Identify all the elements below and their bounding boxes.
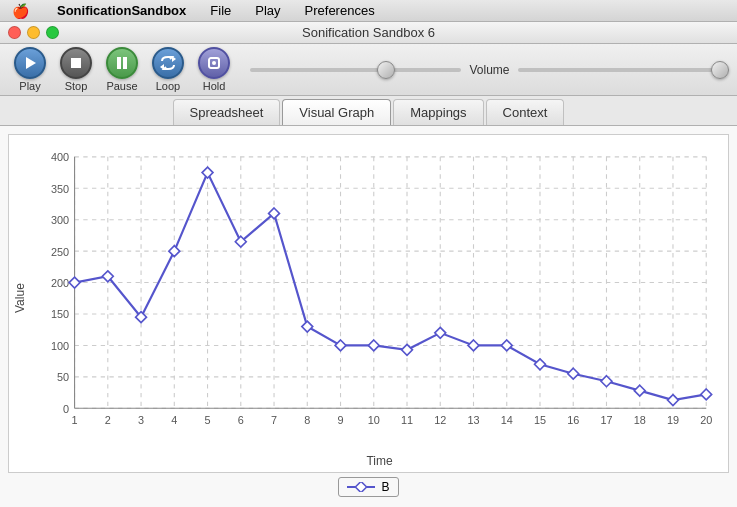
svg-text:15: 15: [534, 414, 546, 426]
window-title: Sonification Sandbox 6: [302, 25, 435, 40]
tab-visual-graph[interactable]: Visual Graph: [282, 99, 391, 125]
svg-marker-5: [160, 64, 164, 70]
maximize-button[interactable]: [46, 26, 59, 39]
volume-label: Volume: [469, 63, 509, 77]
svg-marker-82: [535, 359, 546, 370]
hold-button[interactable]: Hold: [192, 47, 236, 93]
svg-marker-80: [468, 340, 479, 351]
volume-section: Volume: [250, 63, 729, 77]
svg-text:100: 100: [51, 340, 69, 352]
hold-icon: [198, 47, 230, 79]
svg-marker-84: [601, 376, 612, 387]
svg-marker-68: [69, 277, 80, 288]
pause-icon: [106, 47, 138, 79]
pause-label: Pause: [106, 80, 137, 92]
svg-rect-2: [117, 57, 121, 69]
stop-label: Stop: [65, 80, 88, 92]
volume-left-slider[interactable]: [250, 68, 461, 72]
close-button[interactable]: [8, 26, 21, 39]
svg-marker-86: [668, 395, 679, 406]
menu-play[interactable]: Play: [251, 0, 284, 22]
menu-file[interactable]: File: [206, 0, 235, 22]
svg-text:18: 18: [634, 414, 646, 426]
svg-text:4: 4: [171, 414, 177, 426]
svg-marker-77: [368, 340, 379, 351]
svg-marker-85: [634, 385, 645, 396]
svg-text:6: 6: [238, 414, 244, 426]
toolbar: Play Stop Pause Loop: [0, 44, 737, 96]
svg-marker-87: [701, 389, 712, 400]
chart-inner: 0501001502002503003504001234567891011121…: [31, 135, 728, 472]
svg-text:17: 17: [600, 414, 612, 426]
svg-marker-81: [501, 340, 512, 351]
svg-text:200: 200: [51, 277, 69, 289]
legend-label-b: B: [381, 480, 389, 494]
svg-marker-75: [302, 321, 313, 332]
svg-text:8: 8: [304, 414, 310, 426]
svg-text:9: 9: [337, 414, 343, 426]
svg-text:2: 2: [105, 414, 111, 426]
chart-container: Value 0501001502002503003504001234567891…: [8, 134, 729, 473]
chart-wrapper: Value 0501001502002503003504001234567891…: [9, 135, 728, 472]
svg-text:20: 20: [700, 414, 712, 426]
svg-text:5: 5: [205, 414, 211, 426]
svg-text:50: 50: [57, 371, 69, 383]
legend-item-b: B: [338, 477, 398, 497]
svg-text:400: 400: [51, 151, 69, 163]
svg-marker-79: [435, 327, 446, 338]
svg-text:14: 14: [501, 414, 513, 426]
minimize-button[interactable]: [27, 26, 40, 39]
volume-knob[interactable]: [377, 61, 395, 79]
svg-marker-72: [202, 167, 213, 178]
svg-text:150: 150: [51, 308, 69, 320]
stop-button[interactable]: Stop: [54, 47, 98, 93]
menu-app-name[interactable]: SonificationSandbox: [53, 0, 190, 22]
pause-button[interactable]: Pause: [100, 47, 144, 93]
svg-text:11: 11: [401, 414, 413, 426]
svg-text:10: 10: [368, 414, 380, 426]
x-axis-label: Time: [31, 452, 728, 472]
loop-button[interactable]: Loop: [146, 47, 190, 93]
svg-marker-83: [568, 368, 579, 379]
title-bar: Sonification Sandbox 6: [0, 22, 737, 44]
volume-right-knob[interactable]: [711, 61, 729, 79]
svg-text:16: 16: [567, 414, 579, 426]
volume-right-slider[interactable]: [518, 68, 729, 72]
svg-text:250: 250: [51, 245, 69, 257]
svg-rect-3: [123, 57, 127, 69]
play-icon: [14, 47, 46, 79]
stop-icon: [60, 47, 92, 79]
loop-icon: [152, 47, 184, 79]
menu-bar: 🍎 SonificationSandbox File Play Preferen…: [0, 0, 737, 22]
svg-rect-1: [71, 58, 81, 68]
svg-marker-71: [169, 246, 180, 257]
y-axis-label: Value: [9, 155, 31, 442]
line-chart: 0501001502002503003504001234567891011121…: [31, 135, 728, 452]
tab-mappings[interactable]: Mappings: [393, 99, 483, 125]
tab-context[interactable]: Context: [486, 99, 565, 125]
svg-text:300: 300: [51, 214, 69, 226]
svg-text:0: 0: [63, 403, 69, 415]
window-controls: [8, 26, 59, 39]
svg-text:12: 12: [434, 414, 446, 426]
tab-spreadsheet[interactable]: Spreadsheet: [173, 99, 281, 125]
svg-marker-76: [335, 340, 346, 351]
main-content: Value 0501001502002503003504001234567891…: [0, 126, 737, 507]
menu-preferences[interactable]: Preferences: [301, 0, 379, 22]
svg-text:19: 19: [667, 414, 679, 426]
svg-text:1: 1: [72, 414, 78, 426]
loop-label: Loop: [156, 80, 180, 92]
tab-bar: Spreadsheet Visual Graph Mappings Contex…: [0, 96, 737, 126]
svg-text:3: 3: [138, 414, 144, 426]
svg-rect-89: [356, 482, 367, 492]
play-label: Play: [19, 80, 40, 92]
svg-text:350: 350: [51, 183, 69, 195]
legend-line-icon: [347, 482, 375, 492]
svg-point-7: [212, 61, 216, 65]
svg-marker-78: [402, 344, 413, 355]
legend: B: [338, 473, 398, 499]
apple-menu[interactable]: 🍎: [8, 0, 33, 22]
play-button[interactable]: Play: [8, 47, 52, 93]
svg-marker-0: [26, 57, 36, 69]
hold-label: Hold: [203, 80, 226, 92]
